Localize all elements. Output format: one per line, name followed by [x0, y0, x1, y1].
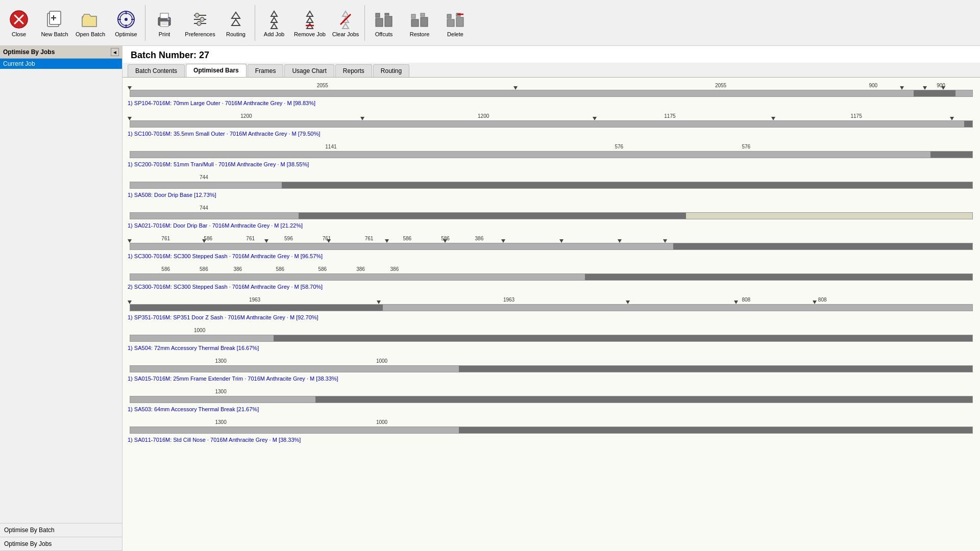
bar-group-11: 130010001) SA011-7016M: Std Cill Nose · … — [128, 419, 975, 443]
bar-segment-label: 596 — [284, 236, 293, 241]
routing-label: Routing — [226, 31, 246, 37]
routing-button[interactable]: Routing — [218, 2, 254, 44]
remove-job-icon — [299, 9, 321, 30]
svg-rect-20 — [167, 18, 169, 20]
separator-1 — [145, 5, 145, 41]
bar-segment-label: 2055 — [317, 83, 328, 88]
close-button[interactable]: Close — [1, 2, 37, 44]
new-batch-icon — [44, 9, 65, 30]
delete-button[interactable]: Delete — [437, 2, 473, 44]
bar-group-3: 7441) SA508: Door Drip Base [12.73%] — [128, 174, 975, 198]
bar-segment-label: 386 — [356, 266, 365, 272]
bar-description: 1) SA015-7016M: 25mm Frame Extender Trim… — [128, 375, 975, 382]
bar-segment-label: 1963 — [249, 297, 260, 303]
new-batch-button[interactable]: New Batch — [37, 2, 72, 44]
preferences-label: Preferences — [185, 31, 215, 37]
delete-icon — [445, 9, 466, 30]
clear-jobs-button[interactable]: Clear Jobs — [328, 2, 363, 44]
bar-description: 1) SC100-7016M: 35.5mm Small Outer · 701… — [128, 131, 975, 137]
tab-reports[interactable]: Reports — [335, 64, 372, 77]
optimise-by-batch-button[interactable]: Optimise By Batch — [0, 523, 122, 537]
bars-area: 205520559009001) SP104-7016M: 70mm Large… — [122, 78, 980, 551]
preferences-icon — [189, 9, 211, 30]
bar-segment-label: 1000 — [194, 328, 205, 333]
bar-visual-4: 744 — [128, 205, 975, 221]
svg-rect-16 — [160, 13, 168, 18]
svg-rect-45 — [385, 16, 392, 27]
svg-rect-50 — [421, 13, 425, 16]
svg-rect-46 — [385, 13, 389, 15]
bar-segment-label: 1300 — [215, 419, 226, 425]
bar-segment-label: 1963 — [503, 297, 514, 303]
bar-segment-label: 744 — [200, 205, 208, 211]
tab-batch-contents[interactable]: Batch Contents — [128, 64, 185, 77]
bar-segment-label: 586 — [276, 266, 284, 272]
bar-visual-7: 19631963808808 — [128, 297, 975, 313]
sidebar-header: Optimise By Jobs ◄ — [0, 46, 122, 59]
bar-visual-1: 1200120011751175 — [128, 113, 975, 130]
svg-rect-43 — [376, 18, 383, 27]
tab-usage-chart[interactable]: Usage Chart — [284, 64, 334, 77]
svg-point-25 — [200, 17, 204, 21]
svg-rect-47 — [411, 19, 419, 27]
offcuts-button[interactable]: Offcuts — [366, 2, 402, 44]
bar-description: 1) SA503: 64mm Accessory Thermal Break [… — [128, 406, 975, 412]
print-icon — [154, 9, 175, 30]
bar-segment-label: 808 — [742, 297, 750, 303]
print-button[interactable]: Print — [146, 2, 182, 44]
restore-icon — [409, 9, 430, 30]
tabs-bar: Batch Contents Optimised Bars Frames Usa… — [122, 63, 980, 78]
bar-group-2: 11415765761) SC200-7016M: 51mm Tran/Mull… — [128, 144, 975, 167]
bar-segment-label: 1200 — [478, 113, 489, 119]
new-batch-label: New Batch — [41, 31, 68, 37]
close-icon — [8, 9, 30, 30]
bar-segment-label: 586 — [161, 266, 170, 272]
bar-segment-label: 386 — [475, 236, 484, 241]
tab-optimised-bars[interactable]: Optimised Bars — [186, 64, 247, 77]
restore-button[interactable]: Restore — [402, 2, 437, 44]
open-batch-button[interactable]: Open Batch — [72, 2, 108, 44]
bar-segment-label: 1175 — [850, 113, 862, 119]
bar-visual-10: 1300 — [128, 389, 975, 405]
svg-rect-49 — [421, 17, 428, 27]
bar-marker — [385, 239, 389, 243]
svg-marker-27 — [232, 12, 240, 18]
bar-visual-2: 1141576576 — [128, 144, 975, 160]
svg-marker-28 — [232, 19, 240, 26]
toolbar: Close New Batch Open Batch — [0, 0, 980, 46]
bar-segment-label: 1141 — [325, 144, 336, 149]
add-job-label: Add Job — [264, 31, 284, 37]
bar-group-6: 5865863865865863863862) SC300-7016M: SC3… — [128, 266, 975, 290]
add-job-button[interactable]: Add Job — [256, 2, 292, 44]
bar-marker — [923, 86, 927, 90]
preferences-button[interactable]: Preferences — [182, 2, 218, 44]
remove-job-button[interactable]: Remove Job — [292, 2, 328, 44]
offcuts-label: Offcuts — [375, 31, 393, 37]
svg-marker-36 — [307, 17, 313, 22]
optimise-button[interactable]: Optimise — [108, 2, 144, 44]
bar-visual-5: 761586761596761761586586386 — [128, 236, 975, 252]
bar-description: 2) SC300-7016M: SC300 Stepped Sash · 701… — [128, 284, 975, 290]
bar-segment-label: 1000 — [376, 419, 387, 425]
optimise-icon — [115, 9, 137, 30]
bar-segment-label: 386 — [233, 266, 242, 272]
bar-marker — [513, 86, 518, 90]
optimise-by-jobs-button[interactable]: Optimise By Jobs — [0, 537, 122, 551]
sidebar-item-current-job[interactable]: Current Job — [0, 59, 122, 69]
routing-icon — [225, 9, 247, 30]
tab-frames[interactable]: Frames — [248, 64, 284, 77]
bar-marker — [734, 300, 738, 304]
sidebar-collapse-button[interactable]: ◄ — [111, 48, 119, 56]
bar-segment-label: 1175 — [664, 113, 675, 119]
bar-segment-label: 900 — [869, 83, 877, 88]
svg-rect-53 — [456, 17, 463, 27]
bar-marker — [950, 117, 954, 120]
tab-routing[interactable]: Routing — [373, 64, 409, 77]
sidebar: Optimise By Jobs ◄ Current Job Optimise … — [0, 46, 122, 551]
bar-group-7: 196319638088081) SP351-7016M: SP351 Door… — [128, 297, 975, 320]
bar-segment-label: 761 — [365, 236, 374, 241]
bar-marker — [128, 86, 132, 90]
clear-jobs-icon — [335, 9, 356, 30]
svg-rect-52 — [447, 14, 451, 18]
svg-rect-48 — [411, 14, 415, 18]
